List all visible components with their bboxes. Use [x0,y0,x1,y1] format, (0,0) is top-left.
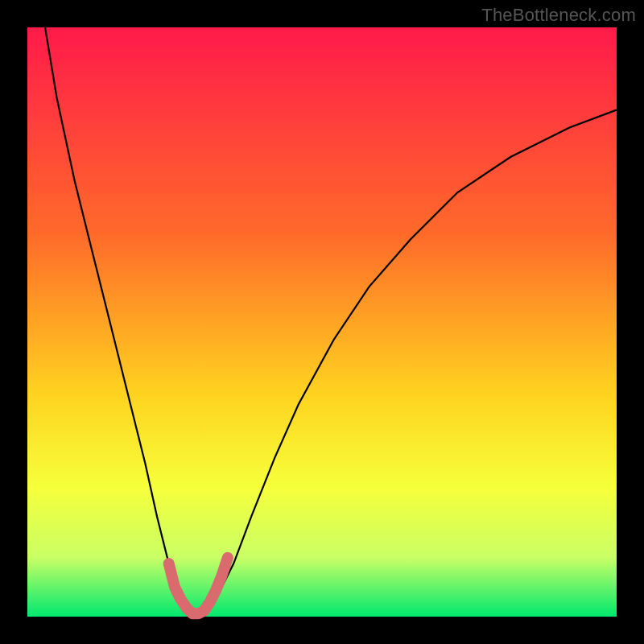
bottleneck-chart [0,0,644,644]
watermark-text: TheBottleneck.com [481,5,636,26]
plot-background [27,27,617,617]
chart-frame: TheBottleneck.com [0,0,644,644]
